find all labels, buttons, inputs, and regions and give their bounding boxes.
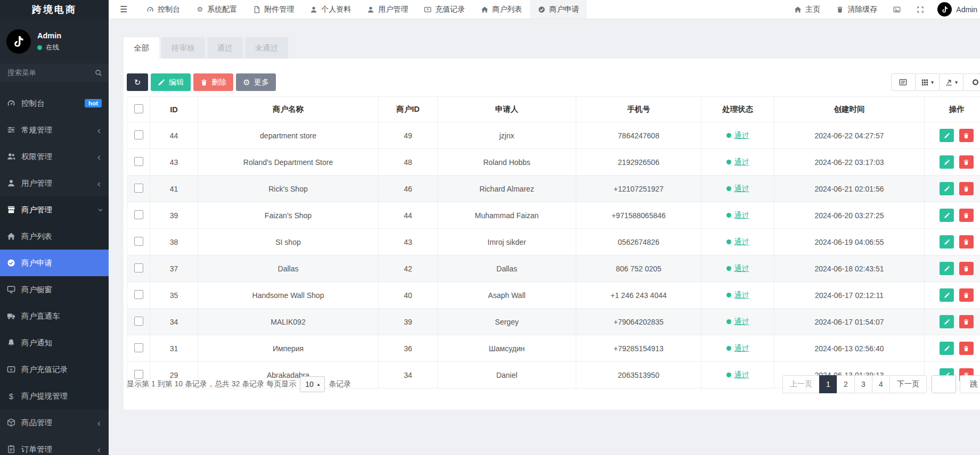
- topnav-item[interactable]: 用户管理: [359, 0, 416, 19]
- status-link[interactable]: 通过: [726, 237, 749, 247]
- page-button[interactable]: 4: [872, 375, 890, 393]
- row-checkbox[interactable]: [134, 317, 143, 326]
- status-link[interactable]: 通过: [726, 158, 749, 167]
- row-checkbox[interactable]: [134, 263, 143, 272]
- sidebar-item[interactable]: 权限管理 ‹: [0, 143, 109, 170]
- status-link[interactable]: 通过: [726, 131, 749, 140]
- topnav-item[interactable]: ¥ 充值记录: [416, 0, 473, 19]
- sidebar-item[interactable]: 商户通知: [0, 329, 109, 356]
- topnav-item[interactable]: 控制台: [138, 0, 188, 19]
- view-button[interactable]: [891, 73, 916, 91]
- column-header[interactable]: 商户ID: [379, 97, 438, 122]
- row-edit-button[interactable]: [940, 155, 954, 169]
- sidebar-item[interactable]: 商户管理 ‹: [0, 196, 109, 223]
- row-delete-button[interactable]: [959, 342, 974, 355]
- page-button[interactable]: 3: [854, 375, 872, 393]
- prev-page-button[interactable]: 上一页: [782, 375, 820, 393]
- row-checkbox[interactable]: [134, 184, 143, 193]
- row-edit-button[interactable]: [940, 235, 954, 249]
- row-delete-button[interactable]: [959, 315, 974, 328]
- next-page-button[interactable]: 下一页: [889, 375, 927, 393]
- row-delete-button[interactable]: [959, 209, 974, 222]
- row-checkbox[interactable]: [134, 157, 143, 166]
- row-edit-button[interactable]: [940, 209, 954, 222]
- column-header[interactable]: 手机号: [576, 97, 701, 122]
- view-button[interactable]: [963, 73, 980, 91]
- topnav-item[interactable]: 附件管理: [245, 0, 302, 19]
- topnav-item[interactable]: ⚙ 系统配置: [188, 0, 245, 19]
- status-link[interactable]: 通过: [726, 291, 749, 300]
- sidebar-item[interactable]: 订单管理 ‹: [0, 436, 109, 455]
- row-checkbox[interactable]: [134, 210, 143, 219]
- column-header[interactable]: 创建时间: [774, 97, 925, 122]
- page-button[interactable]: 2: [837, 375, 855, 393]
- topnav-action[interactable]: [885, 0, 909, 19]
- topnav-item[interactable]: 商户列表: [473, 0, 530, 19]
- column-header[interactable]: 操作: [925, 97, 980, 122]
- tab[interactable]: 待审核: [161, 37, 205, 59]
- view-button[interactable]: ▾: [939, 73, 963, 91]
- sidebar-item[interactable]: 商户橱窗: [0, 276, 109, 303]
- menu-search-input[interactable]: [6, 68, 95, 77]
- created-time: 2024-06-21 02:01:56: [774, 176, 925, 202]
- row-checkbox[interactable]: [134, 130, 143, 139]
- row-delete-button[interactable]: [959, 235, 974, 249]
- status-link[interactable]: 通过: [726, 344, 749, 353]
- topnav-action[interactable]: 清除缓存: [828, 0, 885, 19]
- sidebar-item[interactable]: 用户管理 ‹: [0, 170, 109, 196]
- row-edit-button[interactable]: [940, 315, 954, 328]
- row-edit-button[interactable]: [940, 288, 954, 302]
- more-button[interactable]: ⚙更多: [236, 73, 276, 91]
- column-header[interactable]: 商户名称: [198, 97, 379, 122]
- row-delete-button[interactable]: [959, 155, 974, 169]
- status-link[interactable]: 通过: [726, 264, 749, 274]
- row-delete-button[interactable]: [959, 288, 974, 302]
- column-header[interactable]: ID: [150, 97, 198, 122]
- edit-button[interactable]: 编辑: [151, 73, 191, 91]
- topnav-action[interactable]: [909, 0, 932, 19]
- page-size-select[interactable]: 10 ▴: [300, 376, 325, 392]
- column-header[interactable]: 处理状态: [701, 97, 774, 122]
- refresh-icon: ↻: [134, 79, 141, 86]
- topnav-user[interactable]: Admin: [932, 0, 980, 19]
- sidebar-item[interactable]: 商户申请: [0, 250, 109, 276]
- tab[interactable]: 通过: [207, 37, 243, 59]
- status-link[interactable]: 通过: [726, 184, 749, 194]
- delete-button[interactable]: 删除: [193, 73, 233, 91]
- row-checkbox[interactable]: [134, 343, 143, 352]
- sidebar-item[interactable]: ¥ 商户充值记录: [0, 356, 109, 383]
- row-delete-button[interactable]: [959, 262, 974, 275]
- row-edit-button[interactable]: [940, 262, 954, 275]
- sidebar-item[interactable]: 商户直通车: [0, 303, 109, 329]
- jump-page-input[interactable]: [932, 375, 956, 393]
- row-edit-button[interactable]: [940, 182, 954, 195]
- tab[interactable]: 未通过: [245, 37, 289, 59]
- row-checkbox[interactable]: [134, 237, 143, 246]
- jump-button[interactable]: 跳: [960, 375, 980, 393]
- sidebar-item[interactable]: 控制台 hot: [0, 90, 109, 117]
- sidebar-toggle-button[interactable]: ☰: [109, 0, 138, 19]
- row-checkbox[interactable]: [134, 290, 143, 299]
- topnav-item-label: 商户列表: [492, 5, 522, 14]
- topnav-action[interactable]: 主页: [786, 0, 828, 19]
- row-edit-button[interactable]: [940, 129, 954, 142]
- sidebar-item[interactable]: 常规管理 ‹: [0, 117, 109, 143]
- row-edit-button[interactable]: [940, 342, 954, 355]
- refresh-button[interactable]: ↻: [127, 73, 148, 91]
- page-button[interactable]: 1: [819, 375, 837, 393]
- status-link[interactable]: 通过: [726, 211, 749, 220]
- sidebar-item[interactable]: $ 商户提现管理: [0, 383, 109, 409]
- topnav-item[interactable]: 个人资料: [302, 0, 359, 19]
- select-all-checkbox[interactable]: [134, 104, 143, 113]
- tab[interactable]: 全部: [124, 37, 159, 59]
- topnav-item[interactable]: 商户申请: [530, 0, 587, 19]
- sidebar-item[interactable]: 商品管理 ‹: [0, 409, 109, 436]
- view-button[interactable]: ▾: [915, 73, 940, 91]
- sidebar-item[interactable]: 商户列表: [0, 223, 109, 250]
- row-delete-button[interactable]: [959, 182, 974, 195]
- status-link[interactable]: 通过: [726, 317, 749, 327]
- sidebar-item-label: 商户提现管理: [21, 391, 102, 401]
- column-header[interactable]: 申请人: [438, 97, 576, 122]
- clipboard-icon: [7, 445, 15, 453]
- row-delete-button[interactable]: [959, 129, 974, 142]
